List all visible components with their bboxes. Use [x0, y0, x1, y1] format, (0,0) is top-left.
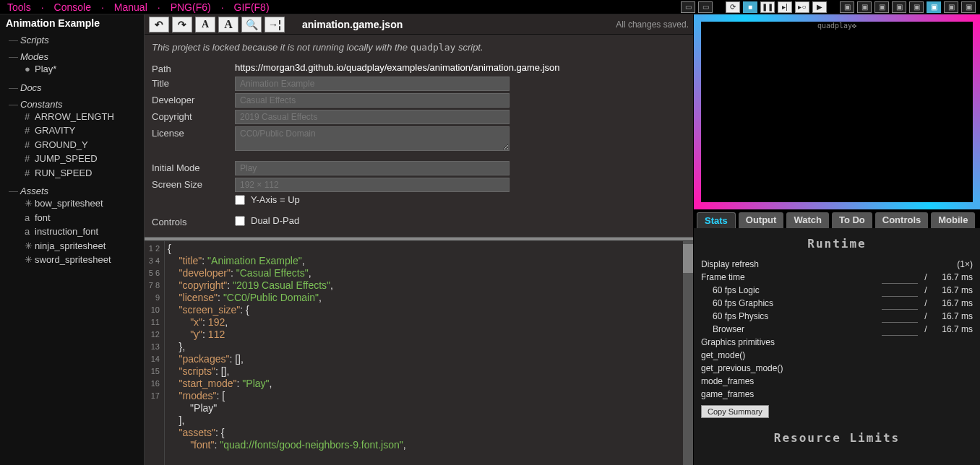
tree-scripts[interactable]: Scripts [6, 35, 138, 45]
copyright-label: Copyright [152, 110, 235, 122]
title-input[interactable] [235, 77, 510, 91]
initmode-input[interactable] [235, 161, 510, 175]
yaxis-checkbox[interactable] [235, 195, 245, 205]
developer-label: Developer [152, 93, 235, 105]
stat-getmode: get_mode() [701, 349, 973, 362]
const-run[interactable]: #RUN_SPEED [6, 166, 138, 181]
menu-png[interactable]: PNG(F6) [168, 1, 214, 13]
const-arrow[interactable]: #ARROW_LENGTH [6, 110, 138, 124]
brand-label: quadplay✜ [701, 22, 973, 30]
dualdpad-label: Dual D-Pad [251, 215, 299, 226]
view-icon-3[interactable]: ▣ [874, 1, 889, 13]
tab-mobile[interactable]: Mobile [931, 212, 975, 228]
asset-ninja[interactable]: ✳ninja_spritesheet [6, 239, 138, 253]
view-icon-8[interactable]: ▣ [961, 1, 976, 13]
tree-modes[interactable]: Modes [6, 51, 138, 62]
game-preview[interactable]: quadplay✜ [694, 14, 980, 209]
path-value: https://morgan3d.github.io/quadplay/exam… [235, 62, 560, 73]
code-editor[interactable]: 1 2 3 4 5 6 7 8 9 10 11 12 13 14 15 16 1… [145, 241, 693, 465]
view-icon-1[interactable]: ▣ [840, 1, 854, 13]
tab-stats[interactable]: Stats [697, 212, 736, 228]
sidebar: Animation Example Scripts Modes ●Play* D… [0, 14, 145, 465]
const-groundy[interactable]: #GROUND_Y [6, 138, 138, 152]
project-title: Animation Example [6, 17, 138, 29]
filename: animation.game.json [302, 19, 403, 30]
asset-ifont[interactable]: ainstruction_font [6, 225, 138, 239]
slow-icon[interactable]: ▸○ [795, 1, 809, 13]
controls-label: Controls [152, 215, 235, 227]
stat-browser: Browser [701, 323, 877, 336]
back-icon[interactable]: ↶ [149, 17, 169, 32]
screensize-label: Screen Size [152, 178, 235, 190]
stat-physics: 60 fps Physics [701, 310, 877, 323]
asset-bow[interactable]: ✳bow_spritesheet [6, 196, 138, 211]
view-icon-2[interactable]: ▣ [857, 1, 872, 13]
title-label: Title [152, 77, 235, 89]
developer-input[interactable] [235, 93, 510, 108]
gutter: 1 2 3 4 5 6 7 8 9 10 11 12 13 14 15 16 1… [145, 241, 165, 465]
stat-logic: 60 fps Logic [701, 284, 877, 297]
reload-icon[interactable]: ⟳ [726, 1, 740, 13]
tree-mode-play[interactable]: ●Play* [6, 62, 138, 77]
step-icon[interactable]: ▸| [778, 1, 792, 13]
menu-gif[interactable]: GIF(F8) [231, 1, 272, 13]
license-input[interactable]: CC0/Public Domain [235, 126, 510, 151]
screensize-input[interactable] [235, 178, 510, 192]
tab-todo[interactable]: To Do [832, 212, 872, 228]
locked-banner: This project is locked because it is not… [145, 35, 693, 57]
menu-tools[interactable]: Tools [4, 1, 34, 13]
menu-console[interactable]: Console [51, 1, 94, 13]
runtime-header: Runtime [701, 237, 973, 251]
asset-sword[interactable]: ✳sword_spritesheet [6, 253, 138, 267]
stat-prim: Graphics primitives [701, 336, 973, 349]
stat-gamef: game_frames [701, 388, 973, 401]
stat-modef: mode_frames [701, 375, 973, 388]
stop-icon[interactable]: ■ [743, 1, 757, 13]
tree-assets[interactable]: Assets [6, 186, 138, 196]
license-label: License [152, 126, 235, 139]
play-icon[interactable]: ▶ [812, 1, 827, 13]
const-gravity[interactable]: #GRAVITY [6, 123, 138, 138]
tab-watch[interactable]: Watch [786, 212, 829, 228]
font-large-icon[interactable]: A [218, 17, 238, 32]
font-small-icon[interactable]: A [195, 17, 215, 32]
saved-status: All changes saved. [616, 19, 689, 30]
tab-output[interactable]: Output [739, 212, 784, 228]
goto-icon[interactable]: →¦ [265, 17, 285, 32]
layout-icon-2[interactable]: ▭ [698, 1, 713, 13]
tab-controls[interactable]: Controls [875, 212, 928, 228]
view-icon-4[interactable]: ▣ [892, 1, 906, 13]
layout-icon-1[interactable]: ▭ [681, 1, 695, 13]
resource-header: Resource Limits [701, 431, 973, 445]
fwd-icon[interactable]: ↷ [172, 17, 192, 32]
asset-font[interactable]: afont [6, 211, 138, 225]
dualdpad-checkbox[interactable] [235, 216, 245, 226]
scrollbar[interactable] [683, 241, 693, 465]
copy-summary-button[interactable]: Copy Summary [701, 405, 769, 418]
view-icon-7[interactable]: ▣ [944, 1, 958, 13]
top-menu: Tools· Console· Manual· PNG(F6)· GIF(F8) [4, 1, 272, 13]
const-jump[interactable]: #JUMP_SPEED [6, 152, 138, 166]
initmode-label: Initial Mode [152, 161, 235, 173]
code[interactable]: { "title": "Animation Example", "develop… [165, 241, 693, 465]
menu-manual[interactable]: Manual [111, 1, 150, 13]
copyright-input[interactable] [235, 110, 510, 124]
view-icon-5[interactable]: ▣ [909, 1, 924, 13]
search-icon[interactable]: 🔍 [241, 17, 262, 32]
tree-docs[interactable]: Docs [6, 82, 138, 93]
stat-refresh: Display refresh [701, 258, 944, 271]
yaxis-label: Y-Axis = Up [251, 194, 300, 205]
tree-constants[interactable]: Constants [6, 99, 138, 110]
path-label: Path [152, 62, 235, 74]
pause-icon[interactable]: ❚❚ [760, 1, 775, 13]
stat-getprev: get_previous_mode() [701, 362, 973, 375]
stat-frame: Frame time [701, 271, 877, 284]
stat-graphics: 60 fps Graphics [701, 297, 877, 310]
view-icon-6[interactable]: ▣ [927, 1, 941, 13]
